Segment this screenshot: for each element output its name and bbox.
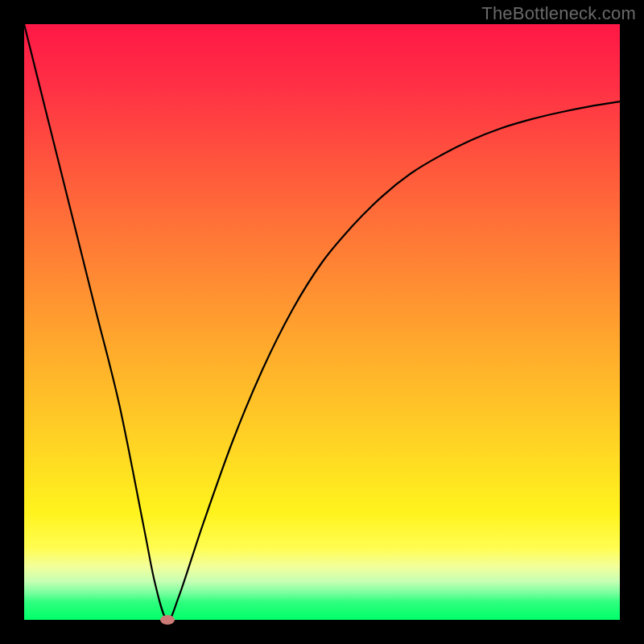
minimum-marker	[160, 615, 175, 625]
plot-area	[24, 24, 620, 620]
chart-container: TheBottleneck.com	[0, 0, 644, 644]
watermark-text: TheBottleneck.com	[481, 3, 636, 24]
bottleneck-curve	[24, 24, 620, 620]
